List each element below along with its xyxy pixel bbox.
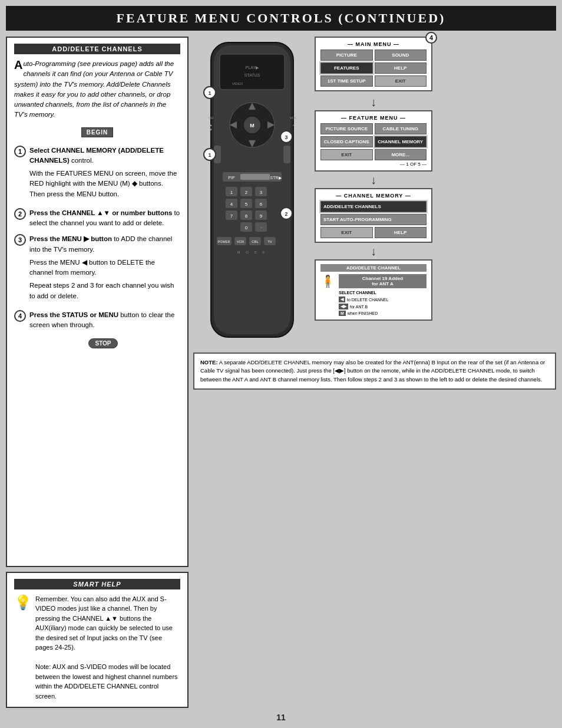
menu-btn-picture: PICTURE — [320, 50, 373, 61]
svg-text:1: 1 — [208, 152, 211, 158]
channel-memory-btn-add: ADD/DELETE CHANNELS — [320, 201, 427, 212]
right-panel: PLAY▶ STATUS VIDEO M — [193, 37, 556, 708]
svg-text:2: 2 — [285, 211, 287, 217]
channel-memory-label: — CHANNEL MEMORY — — [320, 193, 427, 199]
option-finished: M when FINISHED — [339, 311, 427, 316]
step-3-content: Press the MENU ▶ button to ADD the chann… — [29, 234, 180, 304]
main-menu-screen: — MAIN MENU — PICTURE SOUND FEATURES HEL… — [315, 37, 432, 91]
svg-text:▼: ▼ — [209, 128, 213, 131]
step-2-num: 2 — [14, 208, 26, 220]
svg-text:POWER: POWER — [218, 240, 230, 243]
svg-text:+: + — [292, 123, 295, 127]
feature-btn-picture: PICTURE SOURCE — [320, 123, 373, 134]
option-ant-b: ◀▶ for ANT B — [339, 304, 427, 309]
person-icon: 🧍 — [320, 274, 335, 288]
menu-btn-features: FEATURES — [320, 62, 373, 74]
svg-text:▲: ▲ — [209, 123, 213, 127]
svg-text:PLAY▶: PLAY▶ — [246, 65, 259, 70]
select-channel-label: SELECT CHANNEL — [339, 291, 427, 295]
svg-text:9: 9 — [260, 213, 263, 219]
step-4: 4 Press the STATUS or MENU button to cle… — [14, 310, 180, 331]
svg-text:6: 6 — [260, 202, 263, 207]
page-title: Feature Menu Controls (Continued) — [6, 11, 556, 26]
svg-text:7: 7 — [230, 213, 233, 219]
add-delete-box: Add/Delete Channels Auto-Programming (se… — [6, 37, 189, 567]
svg-text:STATUS: STATUS — [244, 73, 260, 77]
add-delete-channel-label: ADD/DELETE CHANNEL — [320, 264, 427, 272]
note-text: A separate ADD/DELETE CHANNEL memory may… — [200, 359, 545, 383]
main-content: Add/Delete Channels Auto-Programming (se… — [6, 37, 556, 708]
step-2: 2 Press the CHANNEL ▲▼ or number buttons… — [14, 208, 180, 229]
channel-memory-btn-help: HELP — [375, 227, 427, 238]
feature-btn-more: MORE... — [375, 149, 427, 160]
menu-btn-1st: 1ST TIME SETUP — [320, 75, 373, 87]
page: Feature Menu Controls (Continued) Add/De… — [0, 0, 562, 728]
step-2-content: Press the CHANNEL ▲▼ or number buttons t… — [29, 208, 180, 229]
menu-btn-exit: EXIT — [375, 75, 427, 87]
step-3-delete: Press the MENU ◀ button to DELETE the ch… — [29, 258, 180, 278]
svg-text:VIDEO: VIDEO — [232, 82, 243, 85]
step-3: 3 Press the MENU ▶ button to ADD the cha… — [14, 234, 180, 304]
intro-text: Auto-Programming (see previous page) add… — [14, 59, 180, 120]
arrow-1: ↓ — [315, 96, 432, 108]
svg-text:M O D E: M O D E — [237, 251, 267, 254]
step-1-content: Select CHANNEL MEMORY (ADD/DELETE CHANNE… — [29, 146, 180, 202]
left-panel: Add/Delete Channels Auto-Programming (se… — [6, 37, 189, 708]
feature-btn-closed: CLOSED CAPTIONS — [320, 136, 373, 147]
option-delete: ◀ to DELETE CHANNEL — [339, 297, 427, 302]
begin-badge: BEGIN — [81, 127, 114, 137]
step-4-num: 4 — [14, 310, 26, 322]
svg-text:1: 1 — [230, 190, 233, 195]
svg-rect-23 — [240, 174, 270, 180]
step-3-repeat: Repeat steps 2 and 3 for each channel yo… — [29, 281, 180, 301]
channel-status: Channel 19 Addedfor ANT A — [339, 274, 427, 288]
add-delete-channel-screen: ADD/DELETE CHANNEL 🧍 Channel 19 Addedfor… — [315, 259, 432, 321]
svg-text:PIP: PIP — [228, 176, 235, 180]
svg-rect-20 — [283, 146, 290, 163]
page-number: 11 — [276, 713, 286, 722]
step-4-bold: Press the STATUS or MENU — [29, 311, 118, 318]
add-delete-title: Add/Delete Channels — [14, 44, 180, 54]
page-header: Feature Menu Controls (Continued) — [6, 6, 556, 31]
svg-text:M: M — [250, 123, 254, 129]
step-3-bold-add: Press the MENU ▶ button — [29, 235, 112, 242]
feature-btn-exit: EXIT — [320, 149, 373, 160]
note-box: NOTE: A separate ADD/DELETE CHANNEL memo… — [193, 353, 556, 390]
channel-memory-btn-exit: EXIT — [320, 227, 373, 238]
step-2-bold: Press the CHANNEL ▲▼ or number buttons — [29, 209, 172, 216]
step-1-num: 1 — [14, 146, 26, 157]
channel-memory-screen: — CHANNEL MEMORY — ADD/DELETE CHANNELS S… — [315, 188, 432, 243]
channel-memory-btn-start: START AUTO-PROGRAMMING — [320, 214, 427, 225]
step-3-num: 3 — [14, 234, 26, 246]
svg-text:STR▶: STR▶ — [270, 176, 282, 180]
main-menu-label: — MAIN MENU — — [320, 41, 427, 47]
svg-text:4: 4 — [230, 202, 233, 207]
feature-btn-channel: CHANNEL MEMORY — [375, 136, 427, 147]
menu-btn-sound: SOUND — [375, 50, 427, 61]
smart-help-text: Remember. You can also add the AUX and S… — [35, 594, 180, 701]
svg-text:-: - — [293, 129, 294, 133]
remote-area: PLAY▶ STATUS VIDEO M — [193, 37, 311, 349]
main-menu-grid: PICTURE SOUND FEATURES HELP 1ST TIME SET… — [320, 50, 427, 87]
svg-rect-2 — [220, 54, 285, 90]
step-1-bold: Select CHANNEL MEMORY (ADD/DELETE CHANNE… — [29, 147, 164, 164]
step-4-content: Press the STATUS or MENU button to clear… — [29, 310, 180, 331]
svg-text:3: 3 — [260, 190, 263, 195]
svg-text:8: 8 — [245, 213, 248, 219]
right-section: PLAY▶ STATUS VIDEO M — [193, 37, 556, 349]
step-1-extra: With the FEATURES MENU on screen, move t… — [29, 169, 180, 199]
screens-column: — MAIN MENU — PICTURE SOUND FEATURES HEL… — [315, 37, 432, 349]
svg-text:3: 3 — [285, 134, 287, 140]
svg-text:2: 2 — [245, 190, 248, 195]
smart-help-box: Smart Help 💡 Remember. You can also add … — [6, 572, 189, 709]
arrow-3: ↓ — [315, 245, 432, 257]
arrow-2: ↓ — [315, 174, 432, 186]
stop-badge: STOP — [88, 338, 117, 348]
svg-text:VOL: VOL — [290, 116, 297, 120]
feature-menu-screen: — FEATURE MENU — PICTURE SOURCE CABLE TU… — [315, 110, 432, 172]
step-1: 1 Select CHANNEL MEMORY (ADD/DELETE CHAN… — [14, 146, 180, 202]
svg-text:CH: CH — [209, 116, 214, 120]
menu-btn-help: HELP — [375, 62, 427, 74]
svg-text:0: 0 — [245, 225, 248, 230]
svg-text:1: 1 — [208, 90, 211, 96]
